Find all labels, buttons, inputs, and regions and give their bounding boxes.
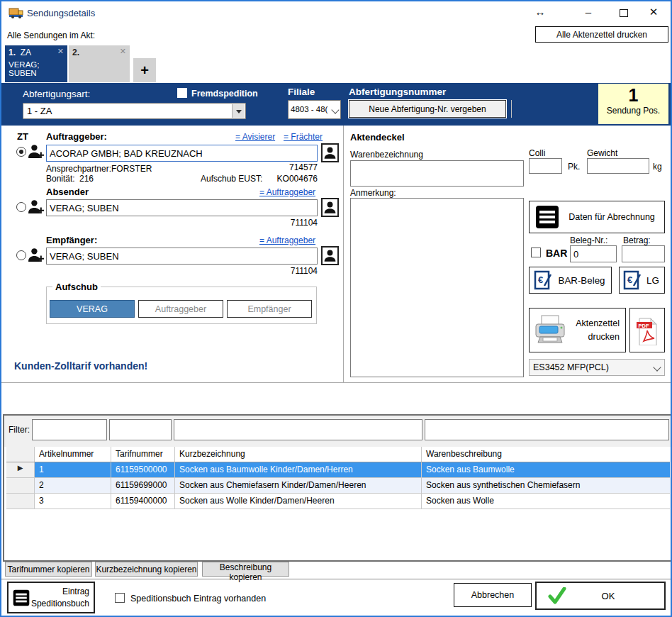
person-add-icon[interactable] — [27, 198, 45, 216]
filter-artikelnummer-input[interactable] — [32, 419, 107, 440]
aufschub-auftraggeber-button[interactable]: Auftraggeber — [138, 300, 223, 318]
absender-auftraggeber-link[interactable]: = Auftraggeber — [259, 187, 315, 197]
cell-tarifnummer: 61159699000 — [111, 478, 175, 493]
tab-number: 1. — [9, 48, 16, 57]
cell-warenbeschreibung: Socken aus Wolle — [422, 494, 670, 508]
tab-party-line2: SUBEN — [9, 69, 64, 77]
betrag-input[interactable] — [622, 245, 665, 262]
person-add-icon[interactable] — [27, 143, 45, 160]
aktenzettel-drucken-button[interactable]: Aktenzettel drucken — [529, 308, 626, 352]
abfertigungsart-label: Abfertigungsart: — [23, 89, 90, 99]
row-selector-cell — [6, 494, 35, 508]
table-row[interactable]: 2 61159699000 Socken aus Chemiefasern Ki… — [6, 478, 670, 494]
colli-input[interactable] — [529, 158, 562, 174]
column-header-artikelnummer[interactable]: Artikelnummer — [35, 447, 111, 462]
gewicht-input[interactable] — [587, 158, 649, 174]
svg-text:€: € — [627, 274, 632, 285]
fremdspedition-label: Fremdspedition — [191, 89, 258, 99]
daten-abrechnung-label: Daten für Abrechnung — [559, 212, 664, 222]
daten-abrechnung-button[interactable]: Daten für Abrechnung — [529, 201, 665, 233]
person-icon — [323, 248, 337, 263]
dropdown-arrow-icon[interactable] — [232, 104, 245, 118]
tab-number: 2. — [72, 48, 79, 57]
fremdspedition-checkbox[interactable] — [177, 88, 187, 98]
cell-tarifnummer: 61159400000 — [111, 494, 175, 508]
avisierer-link[interactable]: = Avisierer — [235, 132, 275, 142]
speditionsbuch-checkbox[interactable] — [115, 593, 125, 603]
table-row[interactable]: 3 61159400000 Socken aus Wolle Kinder/Da… — [6, 494, 670, 509]
minimize-button[interactable]: – — [578, 6, 599, 18]
absender-radio[interactable] — [16, 202, 26, 212]
shipment-tab-2[interactable]: 2. ✕ — [69, 45, 130, 82]
close-button[interactable]: ✕ — [643, 6, 664, 18]
cell-artikelnummer: 2 — [35, 478, 111, 493]
sendungsdetails-window: Sendungsdetails ↔ – ✕ Alle Aktenzettel d… — [0, 0, 672, 617]
eintrag-speditionsbuch-button[interactable]: Eintrag Speditionsbuch — [7, 582, 95, 613]
filter-tarifnummer-input[interactable] — [109, 419, 172, 440]
copy-beschreibung-button[interactable]: Beschreibung kopieren — [202, 562, 289, 577]
auftraggeber-addressbook-button[interactable] — [321, 143, 339, 162]
colli-label: Colli — [529, 148, 545, 158]
beleg-nr-label: Beleg-Nr.: — [570, 235, 607, 245]
speditionsbuch-label-line2: Speditionsbuch — [31, 599, 89, 608]
cell-kurzbezeichnung: Socken aus Wolle Kinder/Damen/Heeren — [175, 494, 422, 508]
fraechter-link[interactable]: = Frächter — [284, 132, 323, 142]
person-add-icon[interactable] — [27, 246, 45, 264]
empfaenger-auftraggeber-link[interactable]: = Auftraggeber — [259, 235, 315, 245]
sendung-pos-counter: 1 Sendung Pos. — [598, 84, 668, 124]
empfaenger-input[interactable] — [46, 248, 318, 265]
tab-close-icon[interactable]: ✕ — [57, 47, 64, 56]
cell-warenbeschreibung: Socken aus Baumwolle — [422, 462, 670, 477]
beleg-nr-input[interactable] — [570, 245, 617, 262]
pdf-export-button[interactable]: PDF — [629, 308, 665, 352]
empfaenger-addressbook-button[interactable] — [321, 246, 339, 265]
aktenzettel-drucken-label: Aktenzettel drucken — [567, 317, 620, 344]
column-header-kurzbezeichnung[interactable]: Kurzbezeichnung — [175, 447, 422, 462]
bar-beleg-button[interactable]: € BAR-Beleg — [529, 267, 612, 294]
table-row[interactable]: ▶ 1 61159500000 Socken aus Baumwolle Kin… — [6, 462, 670, 478]
neue-abfertigung-button[interactable]: Neue Abfertigung-Nr. vergeben — [349, 100, 506, 118]
add-shipment-tab-button[interactable]: + — [133, 58, 156, 82]
filter-warenbeschreibung-input[interactable] — [425, 419, 669, 440]
chevron-down-icon — [331, 106, 339, 113]
absender-label: Absender — [46, 187, 89, 197]
print-all-aktenzettel-button[interactable]: Alle Aktenzettel drucken — [535, 26, 668, 43]
tab-close-icon[interactable]: ✕ — [120, 47, 126, 56]
absender-input[interactable] — [46, 199, 318, 216]
bar-checkbox[interactable] — [531, 248, 541, 257]
aufschub-verag-button[interactable]: VERAG — [50, 300, 135, 318]
abfertigungsnummer-label: Abfertigungsnummer — [349, 87, 446, 97]
auftraggeber-radio[interactable] — [16, 147, 26, 157]
list-lines-icon — [13, 589, 30, 606]
printer-select[interactable]: ES3452 MFP(PCL) — [529, 359, 665, 376]
empfaenger-radio[interactable] — [16, 250, 26, 260]
abfertigungsart-dropdown[interactable]: 1 - ZA — [23, 103, 246, 119]
absender-addressbook-button[interactable] — [321, 198, 339, 217]
shipment-tab-1[interactable]: 1. ZA ✕ VERAG; SUBEN — [5, 45, 67, 82]
anmerkung-textarea[interactable] — [350, 198, 524, 377]
aufschub-empfaenger-button[interactable]: Empfänger — [227, 300, 312, 318]
svg-text:€: € — [538, 274, 543, 285]
dispatch-bar: Abfertigungsart: 1 - ZA Fremdspedition F… — [1, 83, 671, 126]
divider — [511, 100, 512, 118]
tab-party-line1: VERAG; — [9, 60, 64, 69]
tab-type: ZA — [21, 48, 31, 57]
abbrechen-button[interactable]: Abbrechen — [454, 583, 532, 607]
filiale-value: 4803 - 48( — [291, 105, 327, 113]
copy-tarifnummer-button[interactable]: Tarifnummer kopieren — [5, 562, 92, 577]
warenbezeichnung-textarea[interactable] — [350, 160, 524, 187]
copy-kurzbezeichnung-button[interactable]: Kurzbezeichnung kopieren — [95, 562, 198, 577]
column-header-tarifnummer[interactable]: Tarifnummer — [111, 447, 175, 462]
empfaenger-number: 711104 — [247, 266, 318, 276]
betrag-label: Betrag: — [623, 235, 651, 245]
column-header-warenbeschreibung[interactable]: Warenbeschreibung — [422, 447, 670, 462]
resize-horizontal-icon[interactable]: ↔ — [530, 6, 551, 18]
filter-kurzbezeichnung-input[interactable] — [174, 419, 422, 440]
cell-artikelnummer: 3 — [35, 494, 111, 508]
lg-button[interactable]: € LG — [619, 267, 665, 294]
printer-icon — [533, 314, 567, 347]
maximize-button[interactable] — [620, 9, 628, 17]
filiale-dropdown[interactable]: 4803 - 48( — [288, 100, 341, 119]
ok-button[interactable]: OK — [535, 582, 666, 610]
auftraggeber-input[interactable] — [46, 145, 318, 162]
